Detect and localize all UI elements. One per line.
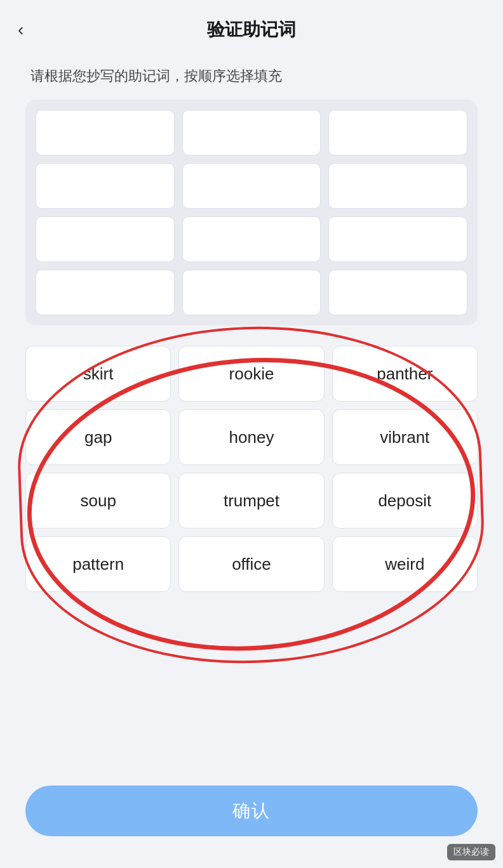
word-button-office[interactable]: office <box>178 536 324 592</box>
input-cell-10[interactable] <box>36 270 175 315</box>
word-grid: skirt rookie panther gap honey vibrant s… <box>25 346 478 592</box>
input-cell-3[interactable] <box>328 110 467 155</box>
confirm-button-container: 确认 <box>0 786 503 868</box>
page: ‹ 验证助记词 请根据您抄写的助记词，按顺序选择填充 <box>0 0 503 868</box>
word-button-honey[interactable]: honey <box>178 409 324 465</box>
input-cell-12[interactable] <box>328 270 467 315</box>
input-grid-container <box>25 100 478 326</box>
word-button-rookie[interactable]: rookie <box>178 346 324 402</box>
input-cell-8[interactable] <box>182 216 321 262</box>
subtitle: 请根据您抄写的助记词，按顺序选择填充 <box>0 52 503 100</box>
input-grid <box>36 110 467 315</box>
confirm-button[interactable]: 确认 <box>25 786 478 836</box>
input-cell-6[interactable] <box>328 163 467 209</box>
word-button-panther[interactable]: panther <box>332 346 478 402</box>
word-button-soup[interactable]: soup <box>25 473 171 529</box>
back-button[interactable]: ‹ <box>18 21 23 39</box>
word-button-weird[interactable]: weird <box>332 536 478 592</box>
word-button-vibrant[interactable]: vibrant <box>332 409 478 465</box>
word-button-gap[interactable]: gap <box>25 409 171 465</box>
watermark: 区块必读 <box>447 844 495 860</box>
input-cell-11[interactable] <box>182 270 321 315</box>
word-selection-area: skirt rookie panther gap honey vibrant s… <box>25 346 478 592</box>
header: ‹ 验证助记词 <box>0 0 503 52</box>
input-cell-5[interactable] <box>182 163 321 209</box>
input-cell-4[interactable] <box>36 163 175 209</box>
word-button-pattern[interactable]: pattern <box>25 536 171 592</box>
word-button-skirt[interactable]: skirt <box>25 346 171 402</box>
input-cell-7[interactable] <box>36 216 175 262</box>
page-title: 验证助记词 <box>207 18 296 42</box>
input-cell-2[interactable] <box>182 110 321 155</box>
input-cell-1[interactable] <box>36 110 175 155</box>
word-button-deposit[interactable]: deposit <box>332 473 478 529</box>
word-button-trumpet[interactable]: trumpet <box>178 473 324 529</box>
input-cell-9[interactable] <box>328 216 467 262</box>
